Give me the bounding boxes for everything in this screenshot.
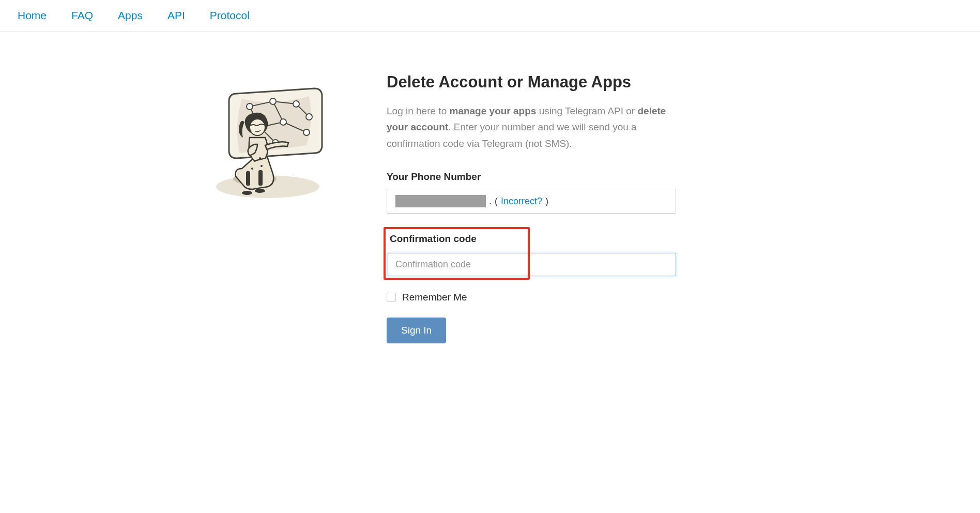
intro-part: Log in here to	[387, 105, 449, 116]
top-nav: Home FAQ Apps API Protocol	[0, 0, 980, 32]
nav-home[interactable]: Home	[18, 9, 47, 22]
svg-point-22	[251, 168, 253, 170]
phone-group: Your Phone Number . (Incorrect?)	[387, 171, 676, 214]
hero-illustration	[190, 73, 356, 343]
phone-redacted-block	[395, 195, 486, 207]
svg-point-14	[280, 119, 286, 125]
page-title: Delete Account or Manage Apps	[387, 73, 676, 92]
woman-network-icon	[206, 78, 340, 207]
intro-part: using Telegram API or	[536, 105, 637, 116]
sign-in-button[interactable]: Sign In	[387, 318, 446, 343]
svg-point-29	[242, 191, 252, 195]
svg-point-28	[255, 189, 265, 193]
code-group: Confirmation code	[387, 227, 676, 302]
svg-point-21	[259, 157, 261, 159]
svg-point-11	[293, 101, 299, 107]
svg-point-24	[250, 119, 265, 135]
intro-text: Log in here to manage your apps using Te…	[387, 103, 676, 152]
svg-point-12	[306, 114, 312, 120]
svg-point-10	[270, 98, 276, 104]
phone-display: . (Incorrect?)	[387, 189, 676, 214]
paren-open: (	[495, 196, 498, 207]
nav-api[interactable]: API	[167, 9, 185, 22]
svg-point-20	[254, 160, 256, 162]
content-column: Delete Account or Manage Apps Log in her…	[387, 73, 676, 343]
paren-close: )	[545, 196, 548, 207]
code-label: Confirmation code	[388, 233, 524, 245]
svg-point-23	[261, 165, 263, 167]
phone-dot: .	[489, 196, 492, 207]
svg-rect-18	[246, 171, 250, 186]
main-container: Delete Account or Manage Apps Log in her…	[180, 73, 800, 343]
svg-line-25	[256, 125, 258, 126]
svg-point-9	[247, 103, 253, 110]
nav-faq[interactable]: FAQ	[71, 9, 93, 22]
highlight-box: Confirmation code	[384, 227, 530, 280]
nav-protocol[interactable]: Protocol	[210, 9, 250, 22]
incorrect-link[interactable]: Incorrect?	[501, 196, 542, 207]
intro-strong-manage: manage your apps	[449, 105, 536, 116]
svg-rect-19	[258, 170, 263, 186]
nav-apps[interactable]: Apps	[118, 9, 143, 22]
phone-label: Your Phone Number	[387, 171, 676, 183]
svg-point-15	[303, 129, 310, 135]
